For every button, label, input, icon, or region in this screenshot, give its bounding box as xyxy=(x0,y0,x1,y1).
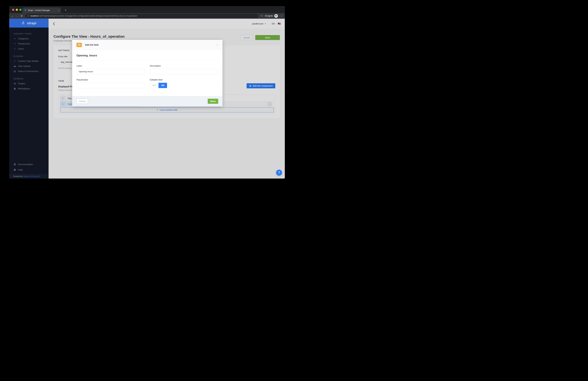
placeholder-field-label: Placeholder xyxy=(76,79,145,81)
modal-header: Ab Edit the field × xyxy=(72,40,222,50)
site-info-icon[interactable]: ⓘ xyxy=(27,15,29,17)
forward-icon[interactable]: → xyxy=(16,15,18,17)
modal-cancel-button[interactable]: Cancel xyxy=(76,99,88,104)
text-field-type-badge: Ab xyxy=(76,43,82,47)
url-path: :1337/admin/plugins/content-manager/ctm-… xyxy=(39,15,137,17)
tab-title: Strapi - Content Manager xyxy=(28,9,57,11)
browser-window: Strapi - Content Manager × + ← → ⟳ ⓘ loc… xyxy=(9,6,285,179)
strapi-favicon-icon xyxy=(24,9,27,11)
help-button[interactable]: ? xyxy=(276,170,282,176)
back-icon[interactable]: ← xyxy=(11,15,14,17)
field-name-heading: Opening_hours xyxy=(76,54,218,57)
screen: Strapi - Content Manager × + ← → ⟳ ⓘ loc… xyxy=(0,0,294,191)
toggle-on[interactable]: ON xyxy=(158,83,167,88)
browser-tabbar: Strapi - Content Manager × + xyxy=(9,6,285,13)
url-host: localhost xyxy=(31,15,39,17)
new-tab-icon[interactable]: + xyxy=(64,9,68,12)
maximize-window-icon[interactable] xyxy=(19,9,21,11)
toggle-off[interactable]: OFF xyxy=(150,83,158,88)
label-field-label: Label xyxy=(76,65,145,67)
browser-toolbar: ← → ⟳ ⓘ localhost:1337/admin/plugins/con… xyxy=(9,13,285,19)
incognito-icon xyxy=(274,14,278,18)
modal-body: Opening_hours Label Description Placehol… xyxy=(72,50,222,96)
incognito-indicator: Incognito xyxy=(265,14,278,18)
browser-menu-icon[interactable]: ⋮ xyxy=(280,14,283,18)
done-button[interactable]: Done xyxy=(208,99,218,104)
edit-field-modal: Ab Edit the field × Opening_hours Label … xyxy=(72,40,222,106)
url-bar[interactable]: ⓘ localhost:1337/admin/plugins/content-m… xyxy=(25,14,258,18)
close-icon[interactable]: × xyxy=(216,43,218,46)
tab-close-icon[interactable]: × xyxy=(58,9,59,11)
browser-tab[interactable]: Strapi - Content Manager × xyxy=(22,7,61,13)
editable-field-label: Editable field xyxy=(150,79,218,81)
strapi-app: strapi CONTENT TYPES Categories Restaura… xyxy=(9,19,285,179)
url-text: localhost:1337/admin/plugins/content-man… xyxy=(31,15,137,17)
label-input[interactable] xyxy=(76,69,145,74)
editable-toggle[interactable]: OFF ON xyxy=(150,83,167,88)
traffic-lights xyxy=(12,9,21,11)
close-window-icon[interactable] xyxy=(12,9,14,11)
description-field-label: Description xyxy=(150,65,218,67)
bookmark-star-icon[interactable]: ☆ xyxy=(261,14,263,17)
incognito-label: Incognito xyxy=(265,15,273,17)
minimize-window-icon[interactable] xyxy=(16,9,18,11)
description-input[interactable] xyxy=(150,69,218,74)
modal-footer: Cancel Done xyxy=(72,96,222,106)
placeholder-input[interactable] xyxy=(76,83,145,88)
refresh-icon[interactable]: ⟳ xyxy=(21,15,23,17)
modal-title: Edit the field xyxy=(85,44,98,46)
